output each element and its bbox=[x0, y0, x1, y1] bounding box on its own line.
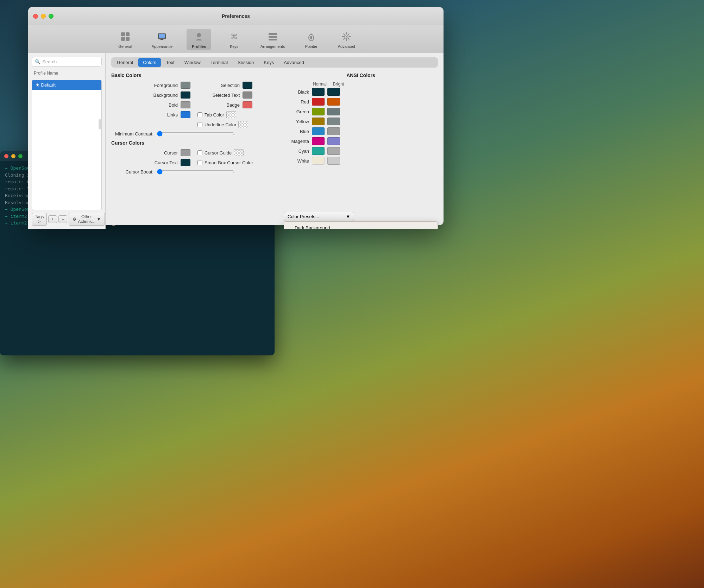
min-contrast-slider[interactable] bbox=[157, 131, 234, 137]
toolbar-keys[interactable]: ⌘ Keys bbox=[222, 29, 246, 50]
profile-list[interactable]: ★ Default bbox=[32, 80, 102, 210]
min-contrast-label: Minimum Contrast: bbox=[111, 131, 153, 137]
underline-color-label: Underline Color bbox=[205, 122, 236, 127]
color-presets-button[interactable]: Color Presets... ▼ bbox=[284, 212, 354, 221]
toolbar-profiles-label: Profiles bbox=[192, 44, 206, 49]
terminal-close-dot[interactable] bbox=[4, 154, 8, 158]
svg-rect-1 bbox=[126, 32, 130, 36]
tab-session[interactable]: Session bbox=[233, 58, 259, 67]
links-row: Links Tab Color bbox=[111, 111, 277, 118]
underline-color-row: Underline Color bbox=[111, 121, 277, 128]
badge-swatch[interactable] bbox=[243, 101, 252, 108]
toolbar-arrangements[interactable]: Arrangements bbox=[257, 29, 288, 50]
smart-box-checkbox[interactable] bbox=[197, 160, 202, 165]
cursor-guide-swatch[interactable] bbox=[234, 149, 244, 156]
cursor-guide-label: Cursor Guide bbox=[205, 150, 232, 156]
ansi-red-normal[interactable] bbox=[312, 98, 325, 106]
toolbar-profiles[interactable]: Profiles bbox=[187, 29, 211, 50]
ansi-green-normal[interactable] bbox=[312, 108, 325, 115]
profile-item-default[interactable]: ★ Default bbox=[32, 80, 101, 90]
ansi-black-row: Black bbox=[284, 88, 438, 96]
toolbar-advanced[interactable]: Advanced bbox=[334, 29, 359, 50]
close-button[interactable] bbox=[33, 14, 38, 19]
ansi-blue-normal[interactable] bbox=[312, 127, 325, 135]
cursor-guide-checkbox[interactable] bbox=[197, 150, 202, 155]
tab-color-checkbox[interactable] bbox=[197, 112, 202, 117]
minimize-button[interactable] bbox=[41, 14, 46, 19]
links-swatch[interactable] bbox=[181, 111, 190, 118]
ansi-yellow-bright[interactable] bbox=[327, 118, 340, 125]
ansi-black-normal[interactable] bbox=[312, 88, 325, 96]
underline-color-checkbox-row: Underline Color bbox=[197, 121, 248, 128]
add-profile-button[interactable]: + bbox=[48, 215, 57, 223]
ansi-blue-label: Blue bbox=[284, 129, 309, 134]
selection-swatch[interactable] bbox=[243, 82, 252, 89]
toolbar-general[interactable]: General bbox=[113, 29, 138, 50]
ansi-green-bright[interactable] bbox=[327, 108, 340, 115]
ansi-magenta-bright[interactable] bbox=[327, 137, 340, 145]
toolbar-keys-label: Keys bbox=[230, 44, 238, 49]
toolbar-appearance[interactable]: Appearance bbox=[148, 29, 176, 50]
toolbar-pointer[interactable]: Pointer bbox=[299, 29, 323, 50]
links-label: Links bbox=[143, 112, 178, 118]
tab-advanced[interactable]: Advanced bbox=[279, 58, 309, 67]
tab-keys[interactable]: Keys bbox=[259, 58, 279, 67]
toolbar-arrangements-label: Arrangements bbox=[260, 44, 285, 49]
selected-text-swatch[interactable] bbox=[243, 91, 252, 99]
ansi-white-bright[interactable] bbox=[327, 157, 340, 165]
smart-box-row: Smart Box Cursor Color bbox=[197, 160, 253, 165]
advanced-icon bbox=[340, 30, 353, 43]
tags-button[interactable]: Tags > bbox=[32, 213, 47, 226]
ansi-cyan-normal[interactable] bbox=[312, 147, 325, 155]
other-actions-button[interactable]: ⚙ Other Actions... ▼ bbox=[69, 213, 105, 226]
tab-colors[interactable]: Colors bbox=[138, 58, 161, 67]
badge-label: Badge bbox=[197, 102, 240, 108]
preferences-window: Preferences General Appearance Profiles … bbox=[28, 7, 444, 225]
ansi-cyan-bright[interactable] bbox=[327, 147, 340, 155]
terminal-max-dot[interactable] bbox=[18, 154, 23, 158]
tab-color-swatch[interactable] bbox=[226, 111, 236, 118]
arrangements-icon bbox=[266, 30, 279, 43]
ansi-normal-header: Normal bbox=[312, 82, 328, 87]
background-swatch[interactable] bbox=[181, 91, 190, 99]
svg-point-14 bbox=[310, 36, 312, 39]
profile-name-default: ★ Default bbox=[36, 82, 56, 88]
preferences-body: 🔍 Search Profile Name ★ Default Tags > + bbox=[28, 53, 444, 229]
underline-color-swatch[interactable] bbox=[238, 121, 248, 128]
cursor-colors-title: Cursor Colors bbox=[111, 140, 277, 146]
cursor-swatch[interactable] bbox=[181, 149, 190, 156]
tab-window[interactable]: Window bbox=[180, 58, 206, 67]
svg-point-17 bbox=[346, 36, 347, 37]
tab-terminal[interactable]: Terminal bbox=[206, 58, 233, 67]
tab-text[interactable]: Text bbox=[161, 58, 180, 67]
pointer-icon bbox=[305, 30, 318, 43]
ansi-colors-title: ANSI Colors bbox=[284, 72, 438, 78]
search-box[interactable]: 🔍 Search bbox=[32, 57, 102, 67]
foreground-swatch[interactable] bbox=[181, 82, 190, 89]
ansi-black-bright[interactable] bbox=[327, 88, 340, 96]
ansi-magenta-row: Magenta bbox=[284, 137, 438, 145]
ansi-red-row: Red bbox=[284, 98, 438, 106]
remove-profile-button[interactable]: − bbox=[58, 215, 67, 223]
ansi-red-label: Red bbox=[284, 99, 309, 105]
toolbar: General Appearance Profiles ⌘ Keys Arran… bbox=[28, 25, 444, 53]
cursor-boost-slider[interactable] bbox=[157, 169, 234, 175]
ansi-section: ANSI Colors Normal Bright Black Red bbox=[284, 72, 438, 225]
preferences-titlebar: Preferences bbox=[28, 7, 444, 25]
ansi-magenta-normal[interactable] bbox=[312, 137, 325, 145]
cursor-text-swatch[interactable] bbox=[181, 159, 190, 166]
cursor-row: Cursor Cursor Guide bbox=[111, 149, 277, 156]
terminal-min-dot[interactable] bbox=[11, 154, 15, 158]
svg-rect-3 bbox=[126, 37, 130, 41]
maximize-button[interactable] bbox=[49, 14, 54, 19]
underline-color-checkbox[interactable] bbox=[197, 122, 202, 127]
ansi-yellow-normal[interactable] bbox=[312, 118, 325, 125]
ansi-blue-bright[interactable] bbox=[327, 127, 340, 135]
window-title: Preferences bbox=[222, 13, 250, 19]
ansi-red-bright[interactable] bbox=[327, 98, 340, 106]
preset-dark-background[interactable]: Dark Background bbox=[284, 223, 438, 229]
bold-swatch[interactable] bbox=[181, 101, 190, 108]
ansi-white-normal[interactable] bbox=[312, 157, 325, 165]
profiles-icon bbox=[193, 30, 205, 43]
tab-general[interactable]: General bbox=[112, 58, 138, 67]
